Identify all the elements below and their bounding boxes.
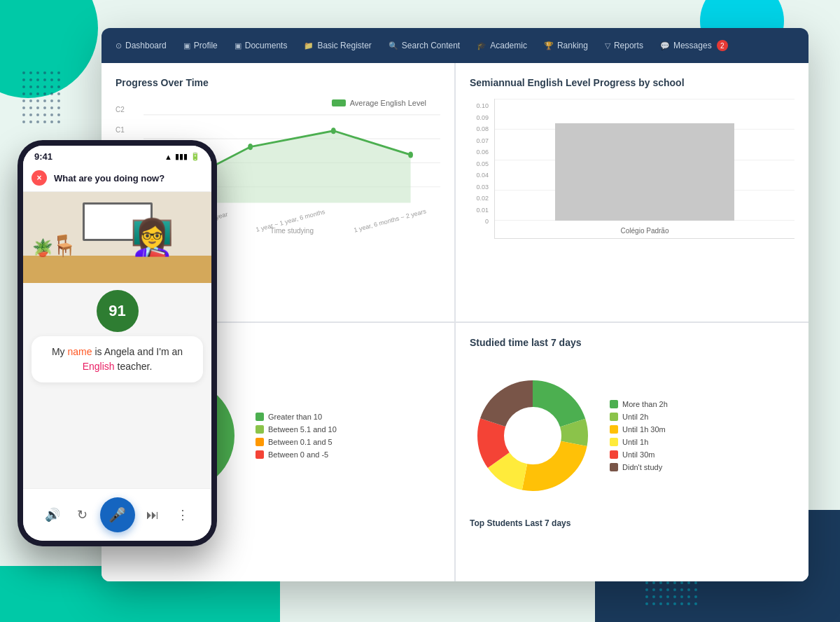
studied-legend-4: Until 30m: [610, 450, 668, 459]
more-icon[interactable]: ⋮: [170, 502, 195, 527]
nav-item-search-content[interactable]: 🔍 Search Content: [382, 36, 467, 55]
nav-item-reports[interactable]: ▽ Reports: [598, 36, 650, 55]
nav-item-academic[interactable]: 🎓 Academic: [470, 36, 534, 55]
bar-x-label: Colégio Padrão: [495, 227, 794, 235]
bar-y-labels: 0.10 0.09 0.08 0.07 0.06 0.05 0.04 0.03 …: [470, 99, 494, 239]
studied-legend-0: More than 2h: [610, 400, 668, 408]
english-highlight: English: [83, 361, 115, 372]
phone-inner: 9:41 ▲ ▮▮▮ 🔋 × What are you doing now? 🪴…: [23, 146, 211, 541]
classroom-illustration: 🪴 🪑 👩‍🏫: [23, 192, 211, 283]
phone-status-bar: 9:41 ▲ ▮▮▮ 🔋: [23, 146, 211, 165]
top-students-title: Top Students Last 7 days: [470, 518, 794, 528]
wifi-icon: ▲: [164, 153, 172, 161]
svg-point-12: [408, 151, 413, 158]
basic-register-icon: 📁: [304, 41, 314, 50]
studied-legend-2: Until 1h 30m: [610, 425, 668, 434]
chat-text-1: My: [52, 346, 68, 357]
chat-question: What are you doing now?: [54, 173, 164, 184]
nav-item-basic-register[interactable]: 📁 Basic Register: [297, 36, 378, 55]
bar-chart-area: 0.10 0.09 0.08 0.07 0.06 0.05 0.04 0.03 …: [470, 99, 794, 239]
svg-point-10: [248, 144, 253, 150]
nav-bar: ⊙ Dashboard ▣ Profile ▣ Documents 📁 Basi…: [102, 28, 808, 63]
phone-status-icons: ▲ ▮▮▮ 🔋: [164, 152, 200, 161]
nav-item-messages[interactable]: 💬 Messages 2: [653, 36, 735, 55]
phone-time: 9:41: [34, 151, 52, 162]
plant-icon: 🪴: [32, 238, 53, 258]
replay-icon[interactable]: ↻: [70, 502, 95, 527]
chart-legend: Average English Level: [332, 99, 426, 107]
chat-bubble: My name is Angela and I'm an English tea…: [31, 336, 203, 382]
mic-button[interactable]: 🎤: [100, 497, 135, 532]
bar-chart-main: Colégio Padrão: [494, 99, 794, 239]
studied-donut-container: More than 2h Until 2h Until 1h 30m Until…: [470, 359, 794, 513]
chat-header: × What are you doing now?: [23, 165, 211, 192]
battery-icon: 🔋: [190, 152, 200, 161]
studied-panel: Studied time last 7 days: [456, 323, 808, 581]
ranking-icon: 🏆: [544, 41, 554, 50]
chat-text-3: teacher.: [115, 361, 153, 372]
studied-legend-5: Didn't study: [610, 463, 668, 471]
volume-icon[interactable]: 🔊: [40, 502, 65, 527]
nav-item-profile[interactable]: ▣ Profile: [176, 36, 225, 55]
y-label-c2: C2: [115, 106, 128, 113]
name-highlight: name: [67, 346, 92, 357]
phone-image-area: 🪴 🪑 👩‍🏫: [23, 192, 211, 283]
y-label-c1: C1: [115, 126, 128, 134]
nav-item-ranking[interactable]: 🏆 Ranking: [537, 36, 595, 55]
svg-rect-3: [21, 70, 63, 126]
quality-donut-legend: Greater than 10 Between 5.1 and 10 Betwe…: [255, 413, 337, 459]
bar-colegio-padrao: [555, 123, 735, 221]
profile-icon: ▣: [183, 41, 190, 50]
signal-icon: ▮▮▮: [175, 152, 188, 161]
phone-bottom-bar: 🔊 ↻ 🎤 ⏭ ⋮: [23, 488, 211, 541]
dots-pattern-tl: [21, 70, 63, 126]
legend-item-2: Between 0.1 and 5: [255, 438, 337, 446]
nav-item-dashboard[interactable]: ⊙ Dashboard: [108, 36, 174, 55]
studied-legend-3: Until 1h: [610, 438, 668, 446]
messages-badge: 2: [717, 40, 728, 51]
svg-point-11: [331, 127, 336, 134]
legend-item-0: Greater than 10: [255, 413, 337, 421]
chat-text-2: is Angela and I'm an: [92, 346, 183, 357]
studied-donut-svg: [470, 373, 596, 499]
chair-icon: 🪑: [51, 233, 77, 258]
studied-donut-legend: More than 2h Until 2h Until 1h 30m Until…: [610, 400, 668, 471]
documents-icon: ▣: [234, 41, 241, 50]
semiannual-panel: Semiannual English Level Progress by sch…: [456, 63, 808, 322]
svg-point-24: [506, 409, 559, 462]
studied-panel-title: Studied time last 7 days: [470, 337, 794, 348]
reports-icon: ▽: [605, 41, 610, 50]
legend-color-green: [332, 99, 346, 106]
semiannual-panel-title: Semiannual English Level Progress by sch…: [470, 77, 794, 88]
skip-icon[interactable]: ⏭: [140, 502, 165, 527]
teacher-figure: 👩‍🏫: [130, 217, 174, 258]
nav-item-documents[interactable]: ▣ Documents: [227, 36, 295, 55]
search-icon: 🔍: [388, 41, 398, 50]
classroom-floor: [23, 256, 211, 283]
score-circle: 91: [97, 290, 139, 332]
legend-item-3: Between 0 and -5: [255, 450, 337, 459]
legend-item-1: Between 5.1 and 10: [255, 425, 337, 434]
academic-icon: 🎓: [477, 41, 486, 50]
close-button[interactable]: ×: [31, 170, 47, 186]
messages-icon: 💬: [660, 41, 670, 50]
dashboard-icon: ⊙: [115, 41, 122, 50]
studied-legend-1: Until 2h: [610, 413, 668, 421]
progress-panel-title: Progress Over Time: [115, 77, 440, 88]
mobile-phone: 9:41 ▲ ▮▮▮ 🔋 × What are you doing now? 🪴…: [18, 140, 217, 546]
